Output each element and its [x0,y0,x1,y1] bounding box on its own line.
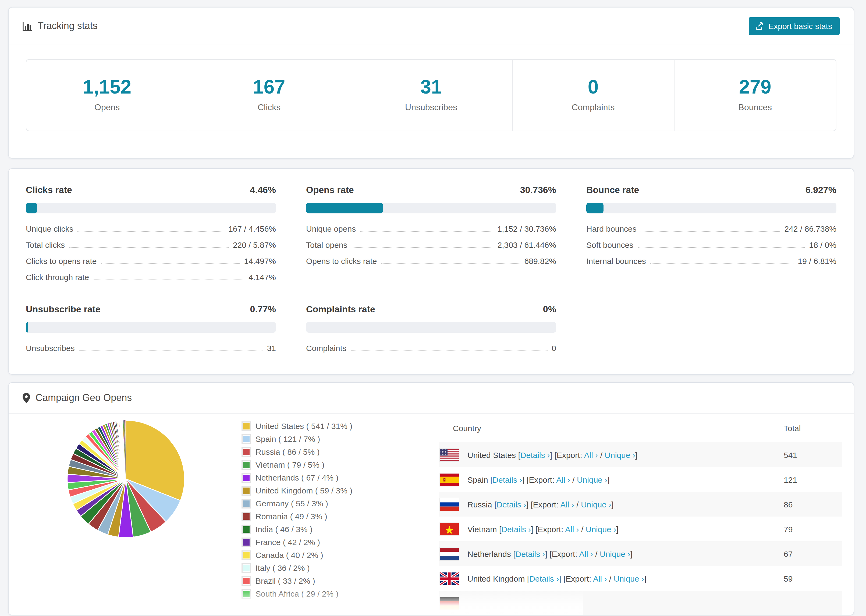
separator: / [576,500,578,509]
dotted-leader [78,231,224,232]
legend-item-vietnam: Vietnam ( 79 / 5% ) [242,460,420,469]
details-link[interactable]: Details › [515,549,545,558]
export-unique-link[interactable]: Unique › [614,574,644,583]
export-all-link[interactable]: All › [584,450,598,459]
legend-item-spain: Spain ( 121 / 7% ) [242,434,420,443]
stat-label: Bounces [674,103,836,112]
export-prefix: [Export: [535,524,563,533]
rate-block-bounce-rate: Bounce rate6.927%Hard bounces242 / 86.73… [586,185,836,282]
rate-row-label: Unique opens [306,224,356,233]
country-cell: Spain [Details ›] [Export: All › / Uniqu… [468,475,610,484]
stat-value: 0 [512,76,674,98]
export-unique-link[interactable]: Unique › [577,475,607,484]
geo-pie-legend: United States ( 541 / 31% )Spain ( 121 /… [242,414,420,602]
details-link[interactable]: Details › [529,574,559,583]
rate-row-value: 220 / 5.87% [233,240,276,250]
rate-row-label: Complaints [306,344,346,353]
bracket: ] [522,475,524,484]
export-all-link[interactable]: All › [560,500,574,509]
stat-complaints: 0Complaints [512,60,674,130]
details-link[interactable]: Details › [493,475,522,484]
rate-row: Unique clicks167 / 4.456% [26,224,276,233]
details-link[interactable]: Details › [501,524,531,533]
legend-item-romania: Romania ( 49 / 3% ) [242,512,420,521]
export-all-link[interactable]: All › [593,574,607,583]
legend-label: South Africa ( 29 / 2% ) [255,589,339,598]
separator: / [572,475,575,484]
tracking-stats-card: Tracking stats Export basic stats 1,152O… [8,7,854,159]
dotted-leader [351,350,547,351]
legend-label: Russia ( 86 / 5% ) [255,447,320,456]
export-unique-link[interactable]: Unique › [581,500,611,509]
rate-row: Soft bounces18 / 0% [586,240,836,250]
legend-color-swatch [242,525,250,533]
progress-bar-track [586,203,836,214]
total-cell: 67 [784,549,842,558]
progress-bar-fill [26,322,28,333]
export-all-link[interactable]: All › [556,475,570,484]
rate-row: Total clicks220 / 5.87% [26,240,276,250]
total-cell: 86 [784,500,842,509]
rate-value: 30.736% [520,185,556,196]
rate-value: 6.927% [806,185,836,196]
rate-row-value: 31 [267,344,276,353]
total-cell: 541 [784,450,842,459]
legend-color-swatch [242,551,250,559]
rate-row: Opens to clicks rate689.82% [306,256,556,266]
bracket: ] [559,574,561,583]
dotted-leader [351,247,493,248]
rate-row-value: 242 / 86.738% [784,224,837,233]
geo-header: Campaign Geo Opens [9,383,853,414]
tracking-stats-header: Tracking stats Export basic stats [9,8,853,45]
country-cell: United Kingdom [Details ›] [Export: All … [468,574,646,583]
bracket: [ [499,524,501,533]
legend-color-swatch [242,448,250,456]
legend-item-germany: Germany ( 55 / 3% ) [242,499,420,508]
details-link[interactable]: Details › [496,500,526,509]
progress-bar-track [306,322,556,333]
export-all-link[interactable]: All › [565,524,579,533]
legend-item-russia: Russia ( 86 / 5% ) [242,447,420,456]
legend-label: Germany ( 55 / 3% ) [255,499,328,508]
export-unique-link[interactable]: Unique › [605,450,635,459]
export-prefix: [Export: [527,475,554,484]
rates-grid: Clicks rate4.46%Unique clicks167 / 4.456… [9,169,853,374]
legend-label: India ( 46 / 3% ) [255,525,313,534]
export-unique-link[interactable]: Unique › [600,549,630,558]
flag-gb-icon [440,572,459,585]
table-row-united-kingdom: United Kingdom [Details ›] [Export: All … [439,566,842,591]
geo-pie-wrap [9,414,242,539]
stat-label: Clicks [188,103,350,112]
export-unique-link[interactable]: Unique › [586,524,616,533]
legend-item-italy: Italy ( 36 / 2% ) [242,563,420,572]
rate-title: Complaints rate [306,304,375,315]
stat-value: 1,152 [26,76,188,98]
rate-block-opens-rate: Opens rate30.736%Unique opens1,152 / 30.… [306,185,556,282]
dotted-leader [79,350,263,351]
rate-row: Clicks to opens rate14.497% [26,256,276,266]
legend-color-swatch [242,564,250,572]
stat-label: Unsubscribes [350,103,512,112]
legend-item-canada: Canada ( 40 / 2% ) [242,550,420,559]
details-link[interactable]: Details › [520,450,550,459]
rate-row-value: 167 / 4.456% [228,224,276,233]
legend-color-swatch [242,577,250,585]
rate-row: Complaints0 [306,344,556,353]
progress-bar-track [26,203,276,214]
rate-title: Opens rate [306,185,354,196]
export-all-link[interactable]: All › [579,549,593,558]
rate-row-label: Total clicks [26,240,65,250]
progress-bar-fill [306,203,383,214]
export-basic-stats-button[interactable]: Export basic stats [748,17,840,35]
dotted-leader [69,247,228,248]
flag-ru-icon [440,498,459,511]
rate-value: 0.77% [250,304,276,315]
flag-us-icon [440,449,459,461]
flag-nl-icon [440,547,459,560]
stat-value: 31 [350,76,512,98]
rate-row-label: Unsubscribes [26,344,75,353]
stat-value: 279 [674,76,836,98]
legend-color-swatch [242,500,250,507]
rate-title: Clicks rate [26,185,72,196]
rate-row-label: Click through rate [26,272,89,282]
